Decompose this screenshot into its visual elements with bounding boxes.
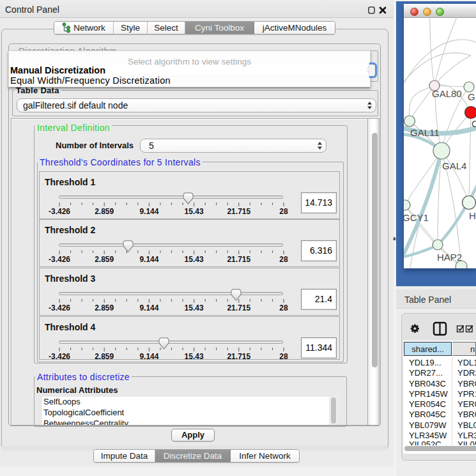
svg-text:GAL80: GAL80 bbox=[432, 88, 462, 99]
svg-text:GAL4: GAL4 bbox=[442, 160, 466, 171]
svg-text:G.: G. bbox=[468, 91, 476, 102]
svg-text:GCY1: GCY1 bbox=[404, 212, 429, 223]
svg-text:GAL11: GAL11 bbox=[410, 127, 440, 138]
svg-text:HAP2: HAP2 bbox=[437, 252, 462, 263]
svg-text:H: H bbox=[469, 210, 476, 221]
svg-text:C: C bbox=[472, 118, 476, 129]
